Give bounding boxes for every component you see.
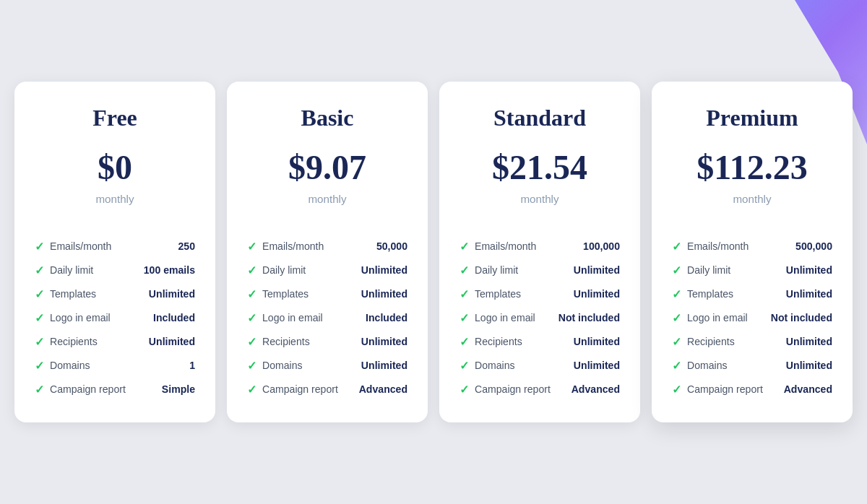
feature-left-group: ✓Daily limit xyxy=(460,264,518,277)
list-item: ✓TemplatesUnlimited xyxy=(35,287,195,301)
checkmark-icon: ✓ xyxy=(460,287,469,301)
feature-name-label: Emails/month xyxy=(50,240,111,252)
features-list-free: ✓Emails/month250✓Daily limit100 emails✓T… xyxy=(35,240,195,396)
checkmark-icon: ✓ xyxy=(460,359,469,373)
list-item: ✓Campaign reportAdvanced xyxy=(247,383,407,396)
feature-name-label: Templates xyxy=(50,288,96,300)
list-item: ✓RecipientsUnlimited xyxy=(460,335,620,349)
feature-value-label: Not included xyxy=(771,312,832,323)
plan-period-basic: monthly xyxy=(247,193,407,205)
feature-value-label: Advanced xyxy=(359,383,407,395)
list-item: ✓Logo in emailIncluded xyxy=(35,311,195,325)
feature-name-label: Emails/month xyxy=(475,240,536,252)
checkmark-icon: ✓ xyxy=(247,359,256,373)
list-item: ✓Logo in emailNot included xyxy=(460,311,620,325)
list-item: ✓Domains1 xyxy=(35,359,195,373)
checkmark-icon: ✓ xyxy=(672,264,681,277)
feature-name-label: Domains xyxy=(475,360,515,371)
feature-value-label: Simple xyxy=(162,383,195,395)
feature-name-label: Daily limit xyxy=(687,264,730,276)
list-item: ✓TemplatesUnlimited xyxy=(672,287,832,301)
feature-value-label: Included xyxy=(366,312,407,323)
feature-name-label: Daily limit xyxy=(262,264,306,276)
checkmark-icon: ✓ xyxy=(35,335,44,349)
feature-left-group: ✓Domains xyxy=(247,359,303,373)
list-item: ✓Daily limitUnlimited xyxy=(672,264,832,277)
feature-name-label: Domains xyxy=(50,360,90,371)
checkmark-icon: ✓ xyxy=(460,311,469,325)
feature-value-label: Unlimited xyxy=(574,336,620,347)
checkmark-icon: ✓ xyxy=(460,240,469,253)
feature-left-group: ✓Campaign report xyxy=(672,383,763,396)
plan-name-free: Free xyxy=(35,105,195,131)
feature-left-group: ✓Domains xyxy=(460,359,515,373)
plan-price-premium: $112.23 xyxy=(672,149,832,187)
feature-left-group: ✓Logo in email xyxy=(672,311,748,325)
feature-name-label: Logo in email xyxy=(262,312,323,323)
feature-name-label: Templates xyxy=(262,288,309,300)
feature-left-group: ✓Recipients xyxy=(247,335,310,349)
feature-value-label: 1 xyxy=(189,360,195,371)
checkmark-icon: ✓ xyxy=(460,264,469,277)
checkmark-icon: ✓ xyxy=(460,383,469,396)
checkmark-icon: ✓ xyxy=(247,383,256,396)
checkmark-icon: ✓ xyxy=(35,359,44,373)
list-item: ✓Campaign reportAdvanced xyxy=(672,383,832,396)
list-item: ✓Logo in emailNot included xyxy=(672,311,832,325)
feature-left-group: ✓Emails/month xyxy=(460,240,536,253)
feature-value-label: 100,000 xyxy=(583,240,620,252)
feature-value-label: Advanced xyxy=(784,383,832,395)
feature-value-label: Unlimited xyxy=(361,288,407,300)
feature-left-group: ✓Campaign report xyxy=(460,383,551,396)
feature-name-label: Recipients xyxy=(475,336,522,347)
feature-left-group: ✓Templates xyxy=(672,287,733,301)
checkmark-icon: ✓ xyxy=(672,240,681,253)
checkmark-icon: ✓ xyxy=(247,264,256,277)
list-item: ✓TemplatesUnlimited xyxy=(247,287,407,301)
list-item: ✓Campaign reportAdvanced xyxy=(460,383,620,396)
plan-price-free: $0 xyxy=(35,149,195,187)
feature-name-label: Emails/month xyxy=(262,240,324,252)
feature-left-group: ✓Campaign report xyxy=(247,383,338,396)
feature-left-group: ✓Domains xyxy=(35,359,90,373)
feature-left-group: ✓Domains xyxy=(672,359,728,373)
checkmark-icon: ✓ xyxy=(672,383,681,396)
feature-left-group: ✓Logo in email xyxy=(247,311,323,325)
list-item: ✓Logo in emailIncluded xyxy=(247,311,407,325)
feature-value-label: Unlimited xyxy=(574,288,620,300)
feature-left-group: ✓Templates xyxy=(460,287,521,301)
feature-left-group: ✓Templates xyxy=(35,287,96,301)
feature-left-group: ✓Templates xyxy=(247,287,309,301)
feature-name-label: Recipients xyxy=(687,336,735,347)
feature-left-group: ✓Recipients xyxy=(460,335,522,349)
checkmark-icon: ✓ xyxy=(460,335,469,349)
feature-name-label: Campaign report xyxy=(475,383,551,395)
feature-name-label: Daily limit xyxy=(50,264,93,276)
feature-name-label: Recipients xyxy=(50,336,98,347)
feature-value-label: Included xyxy=(153,312,195,323)
feature-value-label: 250 xyxy=(178,240,196,252)
checkmark-icon: ✓ xyxy=(247,287,256,301)
list-item: ✓Daily limitUnlimited xyxy=(247,264,407,277)
feature-name-label: Emails/month xyxy=(687,240,749,252)
feature-value-label: Unlimited xyxy=(361,360,407,371)
checkmark-icon: ✓ xyxy=(35,383,44,396)
feature-value-label: Unlimited xyxy=(786,288,832,300)
list-item: ✓TemplatesUnlimited xyxy=(460,287,620,301)
checkmark-icon: ✓ xyxy=(35,240,44,253)
feature-value-label: Unlimited xyxy=(574,264,620,276)
plan-card-standard: Standard$21.54monthly✓Emails/month100,00… xyxy=(439,82,640,422)
feature-value-label: 50,000 xyxy=(376,240,407,252)
feature-left-group: ✓Emails/month xyxy=(672,240,749,253)
feature-value-label: Unlimited xyxy=(786,360,832,371)
checkmark-icon: ✓ xyxy=(672,287,681,301)
feature-name-label: Campaign report xyxy=(50,383,126,395)
feature-name-label: Domains xyxy=(687,360,728,371)
plan-name-basic: Basic xyxy=(247,105,407,131)
feature-name-label: Domains xyxy=(262,360,303,371)
feature-value-label: Unlimited xyxy=(786,336,832,347)
list-item: ✓Campaign reportSimple xyxy=(35,383,195,396)
feature-value-label: Unlimited xyxy=(574,360,620,371)
list-item: ✓Emails/month500,000 xyxy=(672,240,832,253)
feature-value-label: Unlimited xyxy=(149,288,195,300)
